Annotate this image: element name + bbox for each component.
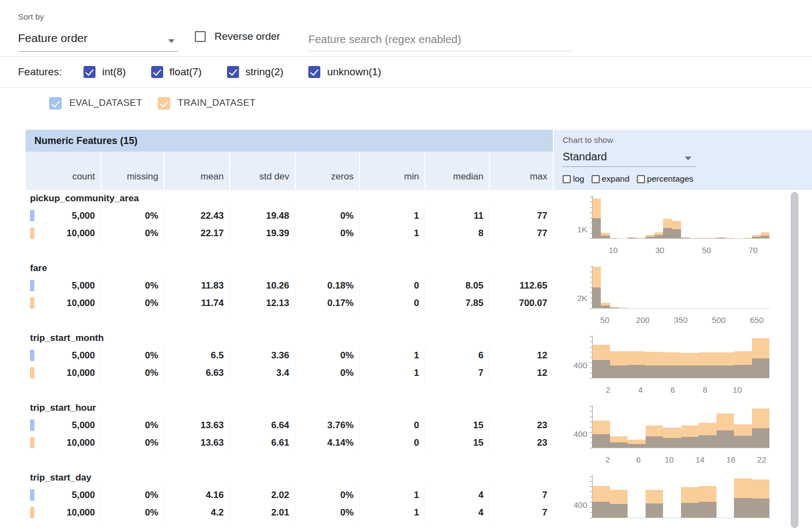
- stat-count: 10,000: [26, 225, 100, 242]
- checkbox-unchecked-icon[interactable]: [563, 175, 571, 183]
- dataset-color-chip: [30, 419, 34, 431]
- svg-text:1K: 1K: [577, 225, 587, 234]
- stat-min: 0: [359, 417, 425, 434]
- svg-text:10: 10: [733, 385, 742, 394]
- stat-missing: 0%: [100, 364, 164, 382]
- stat-median: 7.85: [425, 295, 489, 312]
- filter-label: int(8): [102, 66, 126, 78]
- column-header-std-dev: std dev: [229, 152, 295, 190]
- chevron-down-icon: [685, 157, 691, 160]
- stat-mean: 22.17: [164, 225, 229, 242]
- svg-text:400: 400: [574, 361, 587, 370]
- dataset-toggle-train_dataset[interactable]: TRAIN_DATASET: [158, 97, 256, 110]
- feature-histogram: 400: [563, 471, 798, 528]
- stat-median: 4: [425, 487, 489, 504]
- feature-search-input[interactable]: [308, 28, 571, 51]
- checkbox-unchecked-icon[interactable]: [637, 175, 645, 183]
- svg-text:50: 50: [600, 315, 610, 325]
- vertical-scrollbar-thumb[interactable]: [791, 192, 798, 528]
- chart-type-dropdown[interactable]: Standard: [563, 148, 696, 167]
- feature-name: trip_start_day: [30, 472, 91, 483]
- svg-text:50: 50: [702, 245, 711, 255]
- feature-histogram: 2K50200350500650: [563, 262, 798, 332]
- stat-missing: 0%: [100, 225, 164, 242]
- stat-std-dev: 19.39: [229, 225, 295, 242]
- stat-count: 10,000: [26, 364, 100, 382]
- filter-label: unknown(1): [327, 66, 381, 78]
- feature-type-filter-float[interactable]: float(7): [151, 66, 202, 78]
- stat-max: 12: [489, 364, 553, 382]
- sort-by-label: Sort by: [18, 12, 44, 21]
- chart-controls-panel: Chart to show Standard logexpandpercenta…: [553, 130, 812, 190]
- stat-median: 8.05: [425, 277, 489, 295]
- stat-count: 5,000: [26, 347, 100, 364]
- chart-option-expand[interactable]: expand: [592, 174, 630, 184]
- chart-option-checkboxes: logexpandpercentages: [563, 174, 701, 184]
- feature-histogram: 400246810: [563, 332, 798, 401]
- stat-count: 5,000: [26, 277, 100, 295]
- chart-option-log[interactable]: log: [563, 174, 584, 184]
- stat-std-dev: 10.26: [229, 277, 295, 295]
- stat-min: 0: [359, 295, 425, 312]
- column-header-max: max: [489, 152, 553, 190]
- stat-missing: 0%: [100, 434, 164, 452]
- sort-by-value: Feature order: [18, 32, 87, 44]
- stat-min: 1: [359, 364, 425, 382]
- stat-std-dev: 6.64: [229, 417, 295, 434]
- reverse-order-control[interactable]: Reverse order: [195, 31, 280, 43]
- stat-count: 5,000: [26, 417, 100, 434]
- stat-max: 77: [489, 207, 553, 225]
- column-header-min: min: [359, 152, 425, 190]
- svg-text:350: 350: [674, 315, 688, 325]
- stat-mean: 4.2: [164, 504, 229, 521]
- stat-row-eval_dataset: 5,0000%11.8310.260.18%08.05112.65: [26, 277, 553, 295]
- facets-overview-page: Sort by Feature order Reverse order Feat…: [0, 0, 812, 528]
- stat-median: 8: [425, 225, 489, 242]
- dataset-toggle-eval_dataset[interactable]: EVAL_DATASET: [49, 97, 142, 110]
- svg-text:2: 2: [605, 455, 610, 464]
- stat-row-train_dataset: 10,0000%22.1719.390%1877: [26, 225, 553, 242]
- feature-name: pickup_community_area: [30, 193, 139, 204]
- column-header-zeros: zeros: [295, 152, 359, 190]
- checkbox-checked-icon[interactable]: [227, 66, 239, 78]
- stat-zeros: 4.14%: [295, 434, 359, 452]
- stat-min: 0: [359, 434, 425, 452]
- feature-type-filter-string[interactable]: string(2): [227, 66, 284, 78]
- stat-missing: 0%: [100, 277, 164, 295]
- checkbox-checked-icon[interactable]: [308, 66, 320, 78]
- chart-option-label: log: [573, 174, 584, 184]
- stat-std-dev: 19.48: [229, 207, 295, 225]
- stat-min: 1: [359, 347, 425, 364]
- stat-row-eval_dataset: 5,0000%4.162.020%147: [26, 487, 553, 504]
- stat-min: 1: [359, 225, 425, 242]
- column-header-count: count: [26, 152, 100, 190]
- stat-zeros: 0.18%: [295, 277, 359, 295]
- svg-text:14: 14: [695, 455, 704, 464]
- stat-zeros: 0%: [295, 207, 359, 225]
- filter-label: string(2): [246, 66, 284, 78]
- stat-zeros: 0.17%: [295, 295, 359, 312]
- chart-option-percentages[interactable]: percentages: [637, 174, 694, 184]
- feature-block-trip_start_hour: trip_start_hour5,0000%13.636.643.76%0152…: [26, 401, 812, 471]
- checkbox-unchecked-icon[interactable]: [592, 175, 600, 183]
- stat-median: 15: [425, 434, 489, 452]
- dataset-checkbox-icon[interactable]: [158, 97, 170, 110]
- stat-max: 700.07: [489, 295, 553, 312]
- stat-max: 7: [489, 487, 553, 504]
- checkbox-checked-icon[interactable]: [151, 66, 163, 78]
- feature-type-filter-int[interactable]: int(8): [83, 66, 126, 78]
- svg-text:6: 6: [671, 385, 675, 394]
- dataset-checkbox-icon[interactable]: [49, 97, 62, 110]
- sort-by-dropdown[interactable]: Feature order: [18, 27, 178, 52]
- svg-text:10: 10: [665, 455, 674, 464]
- stat-max: 23: [489, 417, 553, 434]
- svg-text:650: 650: [750, 315, 763, 325]
- feature-type-filter-unknown[interactable]: unknown(1): [308, 66, 381, 78]
- reverse-order-checkbox[interactable]: [195, 31, 206, 42]
- checkbox-checked-icon[interactable]: [83, 66, 95, 78]
- stat-row-eval_dataset: 5,0000%22.4319.480%11177: [26, 207, 553, 225]
- stat-count: 5,000: [26, 487, 100, 504]
- stat-max: 7: [489, 504, 553, 521]
- stat-count: 5,000: [26, 207, 100, 225]
- svg-text:2K: 2K: [577, 293, 587, 303]
